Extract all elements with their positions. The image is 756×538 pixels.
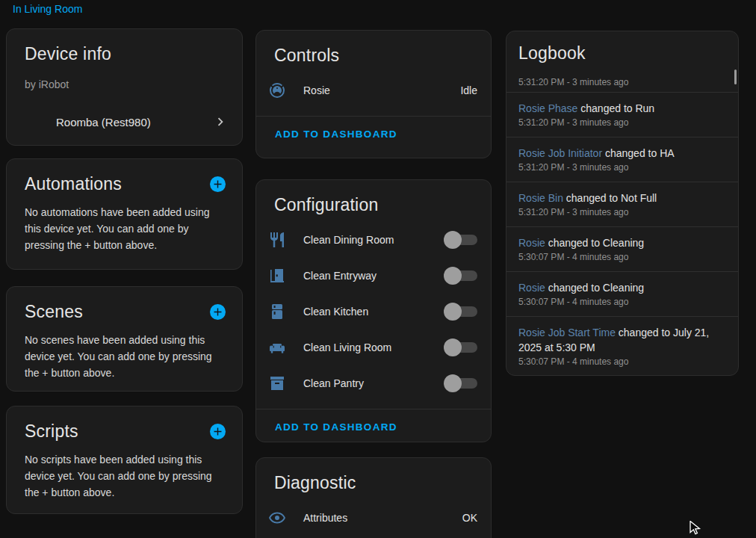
switch-label: Clean Dining Room: [303, 234, 444, 246]
fridge-icon: [268, 303, 286, 321]
attributes-entity-name: Attributes: [303, 512, 462, 524]
logbook-title: Logbook: [518, 43, 586, 63]
switch-row: Clean Entryway: [256, 258, 491, 294]
logbook-entity-link[interactable]: Rosie Bin: [518, 192, 563, 204]
logbook-card: Logbook 5:31:20 PM - 3 minutes ago Rosie…: [506, 31, 739, 376]
logbook-entry: Rosie changed to Cleaning 5:30:07 PM - 4…: [506, 271, 738, 316]
diagnostic-card: Diagnostic Attributes OK: [255, 457, 492, 538]
logbook-entity-link[interactable]: Rosie Job Initiator: [518, 147, 602, 159]
plus-icon: [211, 425, 224, 438]
plus-icon: [211, 178, 224, 191]
device-page: In Living Room Device info by iRobot Roo…: [0, 0, 756, 538]
scenes-card: Scenes No scenes have been added using t…: [6, 286, 243, 392]
switch-row: Clean Living Room: [256, 330, 491, 365]
controls-title: Controls: [274, 46, 339, 65]
attributes-entity-state: OK: [462, 512, 477, 524]
logbook-entry: Rosie Job Initiator changed to HA 5:31:2…: [506, 137, 738, 182]
switch-label: Clean Pantry: [303, 377, 444, 389]
plus-icon: [211, 306, 224, 318]
mouse-cursor: [690, 521, 704, 537]
vacuum-entity-state: Idle: [460, 84, 477, 96]
switch-row: Clean Pantry: [256, 365, 491, 401]
logbook-entry: Rosie Bin changed to Not Full 5:31:20 PM…: [506, 182, 738, 226]
logbook-timestamp: 5:31:20 PM - 3 minutes ago: [518, 161, 726, 174]
controls-card: Controls Rosie Idle ADD TO DASHBOARD: [255, 30, 492, 158]
logbook-timestamp: 5:30:07 PM - 4 minutes ago: [518, 295, 726, 309]
area-link[interactable]: In Living Room: [13, 3, 82, 15]
logbook-entity-link[interactable]: Rosie: [518, 237, 545, 249]
logbook-message: changed to Cleaning: [548, 282, 644, 294]
logbook-timestamp: 5:31:20 PM - 3 minutes ago: [518, 75, 726, 89]
configuration-card: Configuration Clean Dining Room Clean En…: [255, 179, 492, 442]
sofa-icon: [268, 338, 286, 356]
add-automation-button[interactable]: [210, 176, 226, 192]
robot-vacuum-icon: [268, 81, 286, 99]
add-script-button[interactable]: [210, 424, 226, 439]
clean-entryway-toggle[interactable]: [444, 267, 477, 285]
switch-label: Clean Entryway: [303, 270, 444, 282]
scripts-empty-text: No scripts have been added using this de…: [7, 451, 242, 501]
logbook-entry: Rosie Job Start Time changed to July 21,…: [506, 316, 738, 376]
logbook-message: changed to HA: [605, 147, 675, 159]
logbook-entity-link[interactable]: Rosie Job Start Time: [518, 327, 616, 338]
chevron-right-icon: [212, 114, 229, 130]
scripts-card: Scripts No scripts have been added using…: [6, 406, 243, 514]
switch-row: Clean Dining Room: [256, 222, 491, 258]
logbook-list: 5:31:20 PM - 3 minutes ago Rosie Phase c…: [506, 68, 738, 376]
vacuum-entity-row[interactable]: Rosie Idle: [256, 72, 491, 108]
attributes-entity-row[interactable]: Attributes OK: [256, 500, 491, 536]
logbook-message: changed to Run: [580, 102, 654, 114]
door-open-icon: [268, 267, 286, 285]
config-entry-name: Roomba (Rest980): [56, 116, 212, 129]
add-to-dashboard-button[interactable]: ADD TO DASHBOARD: [275, 129, 397, 140]
logbook-entry: Rosie Phase changed to Run 5:31:20 PM - …: [506, 92, 738, 137]
config-entry-row[interactable]: Roomba (Rest980): [7, 104, 242, 140]
logbook-timestamp: 5:31:20 PM - 3 minutes ago: [518, 205, 726, 219]
scenes-title: Scenes: [25, 300, 83, 323]
logbook-message: changed to Cleaning: [548, 237, 644, 249]
diagnostic-title: Diagnostic: [274, 473, 356, 492]
device-manufacturer: by iRobot: [7, 78, 242, 90]
device-info-card: Device info by iRobot Roomba (Rest980): [6, 28, 243, 146]
device-info-title: Device info: [25, 44, 111, 64]
automations-title: Automations: [25, 173, 122, 195]
vacuum-entity-name: Rosie: [303, 84, 460, 96]
add-to-dashboard-button[interactable]: ADD TO DASHBOARD: [275, 421, 397, 433]
clean-pantry-toggle[interactable]: [444, 374, 477, 392]
add-scene-button[interactable]: [210, 304, 226, 320]
silverware-icon: [268, 231, 286, 249]
clean-kitchen-toggle[interactable]: [444, 303, 477, 321]
logbook-timestamp: 5:30:07 PM - 4 minutes ago: [518, 355, 726, 368]
switch-label: Clean Living Room: [303, 341, 444, 353]
configuration-title: Configuration: [274, 195, 378, 214]
scripts-title: Scripts: [25, 420, 78, 442]
switch-label: Clean Kitchen: [303, 306, 444, 318]
automations-card: Automations No automations have been add…: [6, 158, 243, 270]
automations-empty-text: No automations have been added using thi…: [7, 204, 242, 253]
logbook-scrollbar-thumb[interactable]: [734, 69, 737, 84]
clean-living-room-toggle[interactable]: [444, 338, 477, 356]
logbook-entity-link[interactable]: Rosie: [518, 282, 545, 294]
logbook-entry-clipped[interactable]: 5:31:20 PM - 3 minutes ago: [506, 68, 738, 92]
archive-icon: [268, 374, 286, 392]
logbook-timestamp: 5:31:20 PM - 3 minutes ago: [518, 116, 726, 129]
logbook-entry: Rosie changed to Cleaning 5:30:07 PM - 4…: [506, 226, 738, 271]
eye-icon: [268, 509, 286, 527]
logbook-entity-link[interactable]: Rosie Phase: [518, 102, 577, 114]
logbook-timestamp: 5:30:07 PM - 4 minutes ago: [518, 250, 726, 264]
switch-row: Clean Kitchen: [256, 294, 491, 330]
logbook-message: changed to Not Full: [566, 192, 657, 204]
scenes-empty-text: No scenes have been added using this dev…: [7, 332, 242, 381]
clean-dining-room-toggle[interactable]: [444, 231, 477, 249]
